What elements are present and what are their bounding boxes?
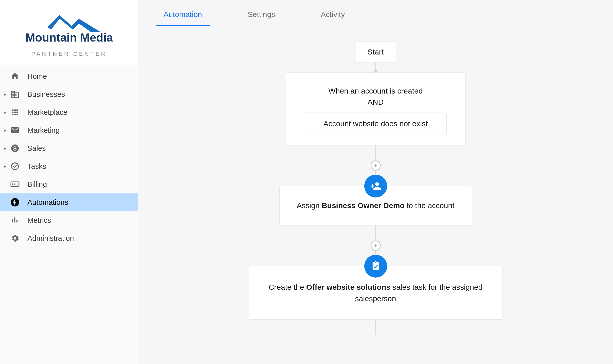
- flow-connector: [375, 62, 376, 72]
- apps-icon: [10, 107, 20, 117]
- sidebar-item-label: Tasks: [27, 162, 46, 171]
- sidebar-item-label: Marketing: [27, 126, 60, 135]
- sidebar: Mountain Media PARTNER CENTER Home ▸ Bus…: [0, 0, 138, 364]
- assign-text-suffix: to the account: [405, 201, 455, 210]
- assign-user-icon: [364, 175, 387, 197]
- gear-icon: [10, 233, 20, 243]
- brand-name-text: Mountain Media: [25, 31, 113, 44]
- sidebar-item-label: Businesses: [27, 90, 65, 99]
- add-step-button[interactable]: +: [371, 241, 381, 251]
- main-content: Automation Settings Activity Start When …: [138, 0, 613, 364]
- expand-caret-icon: ▸: [2, 128, 8, 133]
- sidebar-item-tasks[interactable]: ▸ Tasks: [0, 157, 138, 175]
- task-action-card[interactable]: Create the Offer website solutions sales…: [249, 266, 502, 320]
- flow-connector: [375, 225, 376, 241]
- flow-connector: [375, 320, 376, 335]
- flow-connector: [375, 145, 376, 160]
- sidebar-item-automations[interactable]: Automations: [0, 193, 138, 211]
- sidebar-nav: Home ▸ Businesses ▸ Marketplace ▸ Market…: [0, 65, 138, 364]
- check-circle-icon: [10, 161, 20, 171]
- payment-icon: [10, 179, 20, 189]
- dollar-icon: [10, 143, 20, 153]
- expand-caret-icon: ▸: [2, 110, 8, 115]
- expand-caret-icon: ▸: [2, 145, 8, 151]
- business-icon: [10, 89, 20, 99]
- trigger-condition[interactable]: Account website does not exist: [305, 113, 447, 135]
- automation-canvas[interactable]: Start When an account is created AND Acc…: [138, 26, 613, 364]
- bar-chart-icon: [10, 215, 20, 225]
- sidebar-item-metrics[interactable]: Metrics: [0, 211, 138, 229]
- tab-automation[interactable]: Automation: [164, 0, 202, 26]
- sidebar-item-label: Administration: [27, 234, 74, 243]
- svg-rect-3: [14, 184, 15, 185]
- sidebar-item-label: Metrics: [27, 216, 51, 225]
- sidebar-item-sales[interactable]: ▸ Sales: [0, 139, 138, 157]
- start-node[interactable]: Start: [355, 42, 396, 62]
- sidebar-item-marketplace[interactable]: ▸ Marketplace: [0, 103, 138, 121]
- clipboard-check-icon: [364, 255, 387, 278]
- trigger-operator: AND: [296, 98, 455, 106]
- sidebar-item-label: Marketplace: [27, 108, 67, 117]
- sidebar-item-marketing[interactable]: ▸ Marketing: [0, 121, 138, 139]
- trigger-card[interactable]: When an account is created AND Account w…: [286, 72, 466, 145]
- svg-rect-2: [12, 184, 13, 185]
- brand-subtitle: PARTNER CENTER: [31, 51, 107, 57]
- sidebar-item-home[interactable]: Home: [0, 67, 138, 85]
- assign-text-prefix: Assign: [297, 201, 322, 210]
- sidebar-item-label: Billing: [27, 180, 47, 189]
- expand-caret-icon: ▸: [2, 163, 8, 169]
- bolt-icon: [10, 197, 20, 207]
- tab-activity[interactable]: Activity: [321, 0, 345, 26]
- task-text-bold: Offer website solutions: [306, 283, 390, 291]
- sidebar-item-label: Sales: [27, 144, 46, 153]
- brand-logo: Mountain Media: [19, 13, 120, 44]
- task-text-prefix: Create the: [269, 283, 306, 291]
- sidebar-item-billing[interactable]: Billing: [0, 175, 138, 193]
- trigger-title: When an account is created: [296, 87, 455, 95]
- mail-icon: [10, 125, 20, 135]
- add-step-button[interactable]: +: [371, 160, 381, 171]
- home-icon: [10, 71, 20, 81]
- assign-text-bold: Business Owner Demo: [322, 201, 405, 210]
- assign-action-card[interactable]: Assign Business Owner Demo to the accoun…: [279, 186, 472, 225]
- expand-caret-icon: ▸: [2, 92, 8, 97]
- tab-settings[interactable]: Settings: [248, 0, 275, 26]
- brand-area: Mountain Media PARTNER CENTER: [0, 0, 138, 65]
- sidebar-item-label: Automations: [27, 198, 68, 207]
- sidebar-item-businesses[interactable]: ▸ Businesses: [0, 85, 138, 103]
- flow-column: Start When an account is created AND Acc…: [249, 42, 502, 335]
- tab-bar: Automation Settings Activity: [138, 0, 613, 26]
- sidebar-item-label: Home: [27, 72, 47, 81]
- sidebar-item-administration[interactable]: Administration: [0, 229, 138, 247]
